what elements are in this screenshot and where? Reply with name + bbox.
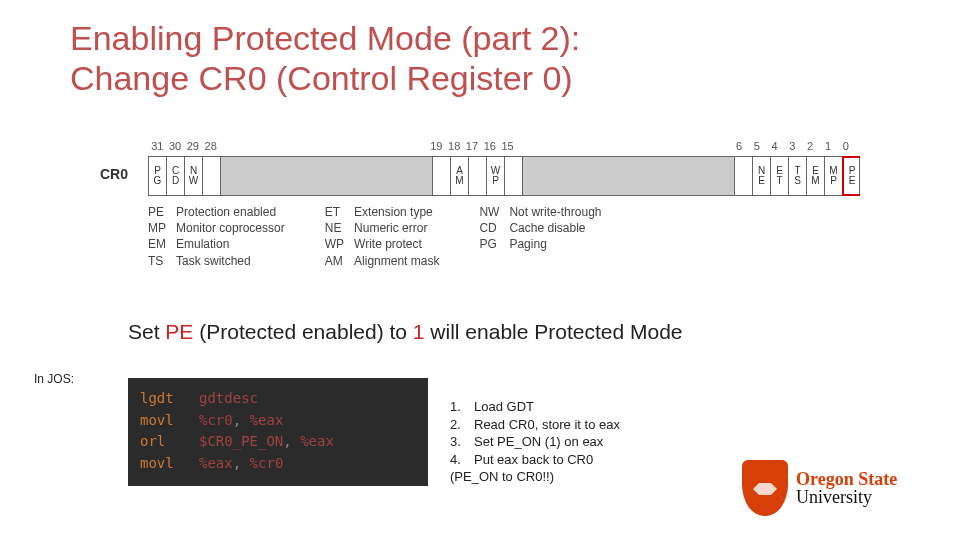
subtitle-text: will enable Protected Mode: [425, 320, 683, 343]
bitnum: 16: [484, 140, 496, 152]
bit-17: [469, 157, 487, 195]
bit-cd: CD: [167, 157, 185, 195]
step-item: 3.Set PE_ON (1) on eax: [450, 433, 730, 451]
cr0-diagram: 31 30 29 28 19 18 17 16 15 6 5 4 3 2 1 0…: [100, 140, 860, 269]
legend-key: NE: [325, 220, 344, 236]
bitnum: 5: [754, 140, 760, 152]
cr0-legend: PE MP EM TS Protection enabled Monitor c…: [100, 204, 860, 269]
bit-pe-highlighted: PE: [842, 156, 860, 196]
legend-key: NW: [479, 204, 499, 220]
bitnum: 17: [466, 140, 478, 152]
osu-logo: Oregon State University: [742, 454, 942, 522]
bit-nw: NW: [185, 157, 203, 195]
bit-ts: TS: [789, 157, 807, 195]
reserved-gap: [523, 157, 735, 195]
bit-em: EM: [807, 157, 825, 195]
steps-list: 1.Load GDT 2.Read CR0, store it to eax 3…: [450, 398, 730, 486]
bitnum: 3: [789, 140, 795, 152]
bit-28: [203, 157, 221, 195]
title-line-1: Enabling Protected Mode (part 2):: [70, 19, 580, 57]
legend-col-1: PE MP EM TS Protection enabled Monitor c…: [148, 204, 285, 269]
legend-desc: Extension type: [354, 204, 439, 220]
legend-key: PG: [479, 236, 499, 252]
legend-desc: Protection enabled: [176, 204, 285, 220]
legend-desc: Task switched: [176, 253, 285, 269]
bit-6: [735, 157, 753, 195]
step-tail: (PE_ON to CR0!!): [450, 468, 730, 486]
bitnum: 0: [843, 140, 849, 152]
logo-line2: University: [796, 488, 897, 506]
bitnum: 30: [169, 140, 181, 152]
bitnum: 31: [151, 140, 163, 152]
bit-19: [433, 157, 451, 195]
legend-key: AM: [325, 253, 344, 269]
subtitle-pe: PE: [165, 320, 193, 343]
bitnum: 29: [187, 140, 199, 152]
legend-desc: Numeric error: [354, 220, 439, 236]
step-item: 4.Put eax back to CR0: [450, 451, 730, 469]
in-jos-label: In JOS:: [34, 372, 74, 386]
bit-ne: NE: [753, 157, 771, 195]
bitnum: 2: [807, 140, 813, 152]
subtitle: Set PE (Protected enabled) to 1 will ena…: [128, 320, 683, 344]
bitnum: 18: [448, 140, 460, 152]
step-item: 1.Load GDT: [450, 398, 730, 416]
bit-am: AM: [451, 157, 469, 195]
bit-et: ET: [771, 157, 789, 195]
code-line: movl %eax, %cr0: [140, 453, 416, 475]
register-label: CR0: [100, 156, 148, 196]
legend-desc: Alignment mask: [354, 253, 439, 269]
legend-col-2: ET NE WP AM Extension type Numeric error…: [325, 204, 440, 269]
code-line: movl %cr0, %eax: [140, 410, 416, 432]
bitnum: 1: [825, 140, 831, 152]
code-line: orl $CR0_PE_ON, %eax: [140, 431, 416, 453]
assembly-code-block: lgdt gdtdesc movl %cr0, %eax orl $CR0_PE…: [128, 378, 428, 486]
legend-desc: Monitor coprocessor: [176, 220, 285, 236]
bitnum: 19: [430, 140, 442, 152]
legend-key: TS: [148, 253, 166, 269]
logo-line1: Oregon State: [796, 470, 897, 488]
legend-desc: Paging: [509, 236, 601, 252]
title-line-2: Change CR0 (Control Register 0): [70, 58, 890, 98]
logo-text: Oregon State University: [796, 470, 897, 506]
legend-desc: Cache disable: [509, 220, 601, 236]
step-item: 2.Read CR0, store it to eax: [450, 416, 730, 434]
legend-key: WP: [325, 236, 344, 252]
reserved-gap: [221, 157, 433, 195]
bitnum: 15: [501, 140, 513, 152]
legend-col-3: NW CD PG Not write-through Cache disable…: [479, 204, 601, 269]
legend-desc: Emulation: [176, 236, 285, 252]
slide-title: Enabling Protected Mode (part 2): Change…: [70, 18, 890, 98]
legend-key: CD: [479, 220, 499, 236]
bit-pg: PG: [149, 157, 167, 195]
shield-icon: [742, 460, 788, 516]
legend-desc: Write protect: [354, 236, 439, 252]
legend-key: PE: [148, 204, 166, 220]
legend-key: EM: [148, 236, 166, 252]
code-line: lgdt gdtdesc: [140, 388, 416, 410]
subtitle-text: Set: [128, 320, 165, 343]
bit-mp: MP: [825, 157, 843, 195]
bit-wp: WP: [487, 157, 505, 195]
register-boxes: PG CD NW AM WP NE ET TS EM MP PE: [148, 156, 860, 196]
subtitle-text: (Protected enabled) to: [193, 320, 412, 343]
bitnum: 28: [205, 140, 217, 152]
legend-desc: Not write-through: [509, 204, 601, 220]
bitnum: 6: [736, 140, 742, 152]
subtitle-one: 1: [413, 320, 425, 343]
bitnum: 4: [771, 140, 777, 152]
bit-15: [505, 157, 523, 195]
legend-key: MP: [148, 220, 166, 236]
legend-key: ET: [325, 204, 344, 220]
